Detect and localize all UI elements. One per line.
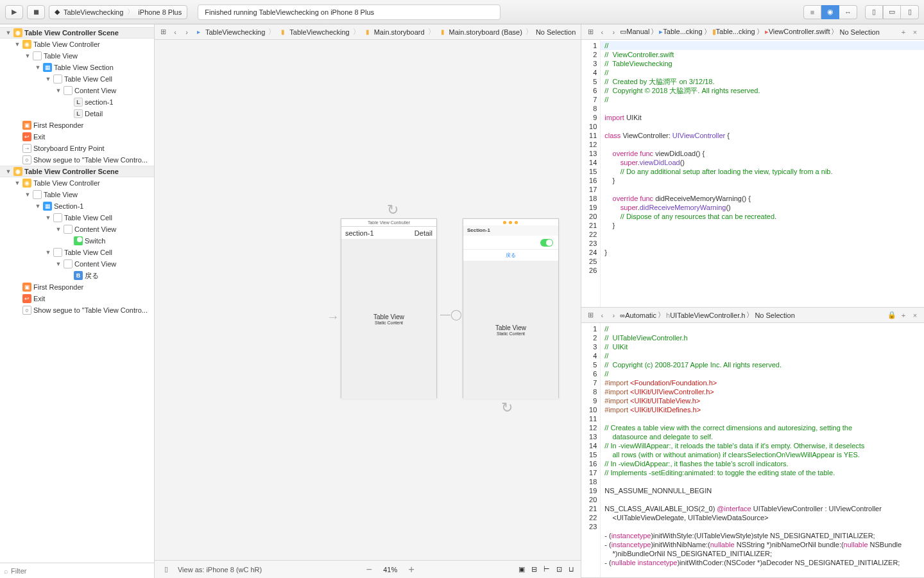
device-title: Table View Controller xyxy=(341,219,436,227)
jump-nosel-2[interactable]: No Selection xyxy=(755,311,794,319)
segue-loop-top: ↻ xyxy=(387,202,398,218)
tableview-node[interactable]: ▼Table View xyxy=(0,50,154,62)
back-nav[interactable]: ‹ xyxy=(170,27,180,37)
jump-file[interactable]: ▸ViewController.swift xyxy=(765,28,830,36)
scheme-app: TableViewchecking xyxy=(64,8,123,16)
controller-icon: ◉ xyxy=(22,40,31,49)
tableview-sublabel: Static Content xyxy=(497,331,525,336)
storyboard-canvas[interactable]: → ↻ ↻ —◯→ Table View Controller section-… xyxy=(155,40,581,560)
segue-icon: ○ xyxy=(22,155,31,164)
related-items-icon[interactable]: ⊞ xyxy=(585,27,595,37)
jump-project[interactable]: ▸TableViewchecking xyxy=(193,28,266,37)
segue-icon: ○ xyxy=(22,306,31,315)
view-as-label[interactable]: View as: iPhone 8 (wC hR) xyxy=(178,566,262,574)
contentview-node[interactable]: ▼Content View xyxy=(0,85,154,96)
jump-file-h[interactable]: hUITableViewController.h xyxy=(666,311,745,319)
back-button-preview: 戻る xyxy=(463,250,558,261)
outline-filter: ⌕ xyxy=(0,563,154,578)
section-header: Section-1 xyxy=(463,225,558,236)
code-editor-top[interactable]: 1234567891011121314151617181920212223242… xyxy=(581,40,924,307)
cell-node-2b[interactable]: ▼Table View Cell xyxy=(0,247,154,258)
resolve-icon[interactable]: ⊡ xyxy=(556,565,562,574)
zoom-out-button[interactable]: − xyxy=(363,563,375,576)
pin-icon[interactable]: ⊢ xyxy=(543,565,550,574)
contentview-node-2a[interactable]: ▼Content View xyxy=(0,223,154,235)
section-icon: ▦ xyxy=(43,202,52,211)
add-assistant-button[interactable]: + xyxy=(898,27,909,37)
stop-button[interactable]: ◼ xyxy=(27,5,45,19)
tvc-node-2[interactable]: ▼◉Table View Controller xyxy=(0,177,154,189)
jump-storyboard[interactable]: ▮Main.storyboard xyxy=(362,28,426,37)
standard-editor-button[interactable]: ≡ xyxy=(803,5,821,19)
fwd-nav[interactable]: › xyxy=(182,27,192,37)
jump-proj[interactable]: ▸Table...cking xyxy=(659,28,702,36)
jump-mode-manual[interactable]: ▭Manual xyxy=(620,28,649,36)
version-editor-button[interactable]: ↔ xyxy=(839,5,857,19)
jump-fold[interactable]: ▮Table...cking xyxy=(712,28,755,36)
view-icon xyxy=(33,51,42,60)
section-node[interactable]: ▼▦Table View Section xyxy=(0,62,154,73)
assistant-editor-button[interactable]: ◉ xyxy=(821,5,839,19)
lock-icon[interactable]: 🔒 xyxy=(887,310,897,320)
contentview-node-2b[interactable]: ▼Content View xyxy=(0,258,154,270)
tableview-node-2[interactable]: ▼Table View xyxy=(0,189,154,200)
detail-label: Detail xyxy=(415,229,432,237)
jump-folder[interactable]: ▮TableViewchecking xyxy=(277,28,350,37)
fwd-nav[interactable]: › xyxy=(608,310,619,320)
exit-node-2[interactable]: ↩Exit xyxy=(0,293,154,304)
back-button-node[interactable]: B戻る xyxy=(0,270,154,281)
toggle-navigator-button[interactable]: ▯ xyxy=(865,5,883,19)
jump-noselection[interactable]: No Selection xyxy=(535,28,577,36)
scene-header-2[interactable]: ▼◉ Table View Controller Scene xyxy=(0,166,154,177)
close-assistant-button[interactable]: × xyxy=(910,310,920,320)
tableview-label: Table View xyxy=(495,324,526,331)
filter-input[interactable] xyxy=(11,567,150,575)
device-preview-1[interactable]: Table View Controller section-1Detail Ta… xyxy=(341,218,437,398)
exit-node[interactable]: ↩Exit xyxy=(0,131,154,143)
align-icon[interactable]: ⊟ xyxy=(531,565,537,574)
segue-node-2[interactable]: ○Show segue to "Table View Contro... xyxy=(0,304,154,316)
cell-icon xyxy=(53,74,62,83)
close-assistant-button[interactable]: × xyxy=(910,27,920,37)
toggle-debug-button[interactable]: ▭ xyxy=(883,5,901,19)
related-items-icon[interactable]: ⊞ xyxy=(585,310,595,320)
scheme-selector[interactable]: ◆ TableViewchecking 〉 iPhone 8 Plus xyxy=(49,5,187,19)
cell-node-2a[interactable]: ▼Table View Cell xyxy=(0,212,154,223)
view-icon xyxy=(64,259,73,268)
toggle-outline-button[interactable]: ▯ xyxy=(161,565,171,575)
tvc-node[interactable]: ▼◉Table View Controller xyxy=(0,39,154,50)
entry-point[interactable]: →Storyboard Entry Point xyxy=(0,143,154,154)
entry-arrow: → xyxy=(327,310,339,324)
segue-node[interactable]: ○Show segue to "Table View Contro... xyxy=(0,154,154,166)
toggle-utilities-button[interactable]: ▯ xyxy=(901,5,919,19)
first-responder[interactable]: ▣First Responder xyxy=(0,119,154,131)
section1-node[interactable]: ▼▦Section-1 xyxy=(0,200,154,212)
view-icon xyxy=(64,86,73,95)
first-responder-2[interactable]: ▣First Responder xyxy=(0,281,154,293)
code-editor-bottom[interactable]: 1234567891011121314151617181920212223 //… xyxy=(581,323,924,577)
switch-node[interactable]: Switch xyxy=(0,235,154,247)
jump-mode-auto[interactable]: ∞Automatic xyxy=(620,311,656,319)
run-button[interactable]: ▶ xyxy=(5,5,23,19)
editor-jumpbar: ⊞ ‹ › ▸TableViewchecking〉 ▮TableViewchec… xyxy=(155,24,581,40)
label-detail[interactable]: LDetail xyxy=(0,108,154,119)
add-assistant-button[interactable]: + xyxy=(898,310,909,320)
embed-icon[interactable]: ▣ xyxy=(518,565,525,574)
cell-node[interactable]: ▼Table View Cell xyxy=(0,73,154,85)
scene-header-1[interactable]: ▼◉ Table View Controller Scene xyxy=(0,27,154,39)
jump-nosel[interactable]: No Selection xyxy=(839,28,879,36)
view-icon xyxy=(64,225,73,234)
label-section1[interactable]: Lsection-1 xyxy=(0,96,154,108)
back-nav[interactable]: ‹ xyxy=(597,27,607,37)
scheme-dest: iPhone 8 Plus xyxy=(138,8,182,16)
embed-in-icon[interactable]: ⊔ xyxy=(569,565,574,574)
zoom-in-button[interactable]: + xyxy=(405,563,418,576)
device-preview-2[interactable]: Section-1 戻る Table ViewStatic Content xyxy=(463,218,559,398)
zoom-level: 41% xyxy=(383,566,397,574)
project-icon: ▸ xyxy=(194,28,203,37)
fwd-nav[interactable]: › xyxy=(608,27,619,37)
related-items-icon[interactable]: ⊞ xyxy=(158,27,169,37)
jump-base[interactable]: ▮Main.storyboard (Base) xyxy=(437,28,524,37)
section-label: section-1 xyxy=(345,229,374,237)
back-nav[interactable]: ‹ xyxy=(597,310,607,320)
